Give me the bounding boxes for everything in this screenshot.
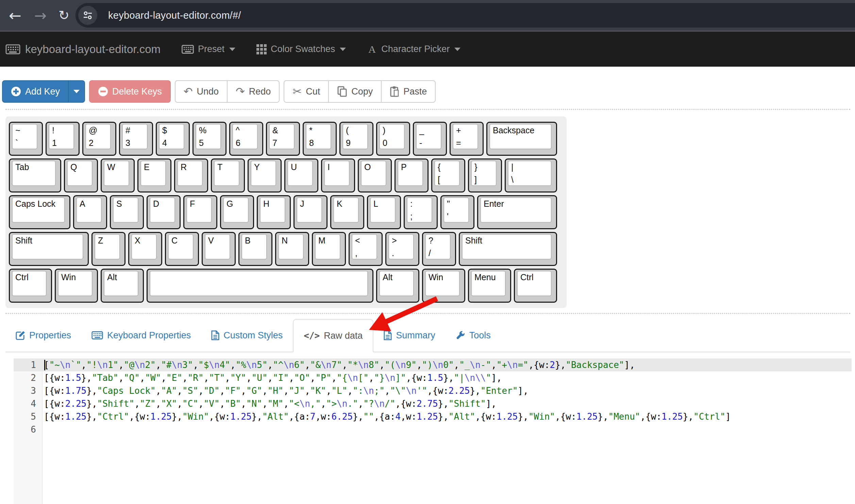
undo-button[interactable]: ↶ Undo — [175, 80, 228, 103]
code-line-6[interactable]: 6 — [14, 423, 852, 436]
code-line-4[interactable]: 4[{w:2.25},"Shift","Z","X","C","V","B","… — [14, 397, 852, 410]
raw-data-editor[interactable]: 1["~\n`","!\n1","@\n2","#\n3","$\n4","%\… — [14, 358, 852, 504]
navbar-item-preset[interactable]: Preset — [182, 44, 235, 54]
key-p[interactable]: P — [395, 158, 429, 192]
key-ctrl[interactable]: Ctrl — [514, 269, 557, 303]
tab-custom-styles[interactable]: Custom Styles — [201, 319, 293, 352]
edit-toolbar: Add Key Delete Keys ↶ Undo ↷ Redo ✂ Cut — [2, 80, 436, 103]
key-shift[interactable]: Shift — [459, 232, 557, 266]
code-line-5[interactable]: 5[{w:1.25},"Ctrl",{w:1.25},"Win",{w:1.25… — [14, 410, 852, 423]
key-h[interactable]: H — [257, 195, 291, 229]
keyboard-icon — [182, 45, 194, 54]
key-space[interactable] — [147, 269, 373, 303]
key-$[interactable]: $4 — [156, 122, 190, 156]
key-c[interactable]: C — [165, 232, 199, 266]
key-([interactable]: (9 — [339, 122, 373, 156]
key-j[interactable]: J — [294, 195, 328, 229]
key-#[interactable]: #3 — [119, 122, 153, 156]
tab-keyboard-properties[interactable]: Keyboard Properties — [81, 319, 201, 352]
key-shift[interactable]: Shift — [9, 232, 89, 266]
tab-raw-data[interactable]: </> Raw data — [293, 319, 373, 352]
key-win[interactable]: Win — [422, 269, 465, 303]
key-g[interactable]: G — [220, 195, 254, 229]
key-d[interactable]: D — [147, 195, 181, 229]
paste-button[interactable]: Paste — [381, 80, 436, 103]
copy-button[interactable]: Copy — [328, 80, 382, 103]
key-o[interactable]: O — [358, 158, 392, 192]
key-y[interactable]: Y — [248, 158, 282, 192]
key-v[interactable]: V — [202, 232, 236, 266]
key-&[interactable]: &7 — [266, 122, 300, 156]
key-i[interactable]: I — [321, 158, 355, 192]
key-%[interactable]: %5 — [192, 122, 227, 156]
key-z[interactable]: Z — [91, 232, 125, 266]
undo-redo-group: ↶ Undo ↷ Redo — [175, 80, 280, 103]
key-|[interactable]: |\ — [505, 158, 557, 192]
key-s[interactable]: S — [110, 195, 144, 229]
redo-button[interactable]: ↷ Redo — [227, 80, 280, 103]
tab-tools[interactable]: Tools — [446, 319, 501, 352]
paste-icon — [390, 86, 399, 97]
browser-forward-button[interactable]: → — [34, 0, 47, 31]
key-n[interactable]: N — [275, 232, 309, 266]
key-caps-lock[interactable]: Caps Lock — [9, 195, 70, 229]
key-t[interactable]: T — [211, 158, 245, 192]
tab-summary[interactable]: Summary — [373, 319, 446, 352]
address-bar[interactable]: keyboard-layout-editor.com/#/ — [76, 3, 855, 28]
key-enter[interactable]: Enter — [477, 195, 557, 229]
add-key-dropdown-button[interactable] — [68, 80, 85, 103]
delete-keys-button[interactable]: Delete Keys — [89, 80, 171, 103]
browser-back-button[interactable]: ← — [9, 0, 21, 31]
tab-label: Properties — [29, 330, 71, 341]
key-q[interactable]: Q — [64, 158, 98, 192]
key-)[interactable]: )0 — [376, 122, 410, 156]
key-?[interactable]: ?/ — [422, 232, 456, 266]
key-ctrl[interactable]: Ctrl — [9, 269, 52, 303]
key-m[interactable]: M — [312, 232, 346, 266]
key-win[interactable]: Win — [55, 269, 98, 303]
code-line-2[interactable]: 2[{w:1.5},"Tab","Q","W","E","R","T","Y",… — [14, 371, 852, 384]
site-brand[interactable]: keyboard-layout-editor.com — [5, 43, 161, 56]
copy-label: Copy — [351, 86, 373, 97]
key-_[interactable]: _- — [413, 122, 447, 156]
add-key-button[interactable]: Add Key — [2, 80, 69, 103]
key-alt[interactable]: Alt — [376, 269, 419, 303]
key-backspace[interactable]: Backspace — [486, 122, 557, 156]
key-k[interactable]: K — [330, 195, 364, 229]
key-![interactable]: !1 — [46, 122, 80, 156]
key-*[interactable]: *8 — [303, 122, 337, 156]
code-line-3[interactable]: 3[{w:1.75},"Caps Lock","A","S","D","F","… — [14, 384, 852, 397]
key-f[interactable]: F — [183, 195, 217, 229]
tab-properties[interactable]: Properties — [5, 319, 81, 352]
navbar-item-character-picker[interactable]: A Character Picker — [367, 44, 460, 54]
browser-reload-button[interactable]: ↻ — [58, 0, 69, 31]
key->[interactable]: >. — [385, 232, 419, 266]
key-{[interactable]: {[ — [431, 158, 465, 192]
key-tab[interactable]: Tab — [9, 158, 61, 192]
key-alt[interactable]: Alt — [101, 269, 144, 303]
key-l[interactable]: L — [367, 195, 401, 229]
code-line-1[interactable]: 1["~\n`","!\n1","@\n2","#\n3","$\n4","%\… — [14, 358, 852, 371]
url-text[interactable]: keyboard-layout-editor.com/#/ — [108, 10, 241, 21]
site-settings-icon[interactable] — [78, 6, 97, 25]
key-b[interactable]: B — [238, 232, 272, 266]
key-^[interactable]: ^6 — [229, 122, 263, 156]
key-<[interactable]: <, — [349, 232, 383, 266]
cut-button[interactable]: ✂ Cut — [284, 80, 329, 103]
key-menu[interactable]: Menu — [468, 269, 511, 303]
key-+[interactable]: += — [450, 122, 484, 156]
key-w[interactable]: W — [101, 158, 135, 192]
key-u[interactable]: U — [284, 158, 318, 192]
key-a[interactable]: A — [73, 195, 107, 229]
key-}[interactable]: }] — [468, 158, 502, 192]
key-"[interactable]: "' — [440, 195, 474, 229]
fontA-icon: A — [367, 44, 377, 54]
key-:[interactable]: :; — [404, 195, 438, 229]
key-e[interactable]: E — [137, 158, 171, 192]
navbar-item-color-swatches[interactable]: Color Swatches — [256, 44, 346, 54]
key-x[interactable]: X — [128, 232, 162, 266]
key-r[interactable]: R — [174, 158, 208, 192]
key-~[interactable]: ~` — [9, 122, 43, 156]
wrench-icon — [456, 331, 465, 340]
key-@[interactable]: @2 — [82, 122, 116, 156]
